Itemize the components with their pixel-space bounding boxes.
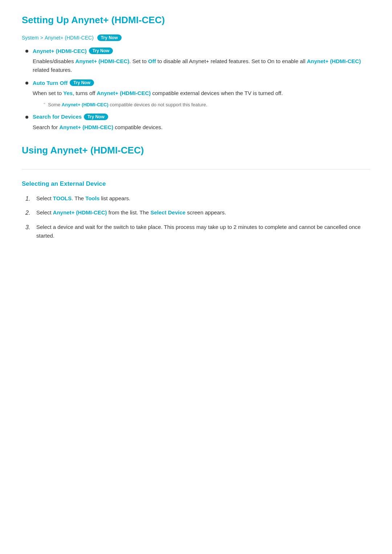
step-3-num: 3. [25, 223, 36, 232]
step-3: 3. Select a device and wait for the swit… [25, 223, 370, 240]
step-1: 1. Select TOOLS. The Tools list appears. [25, 194, 370, 204]
note-text-some: Some [48, 102, 62, 107]
step-2-num: 2. [25, 208, 36, 218]
text-anynet-link-3[interactable]: Anynet+ (HDMI-CEC) [97, 90, 151, 96]
list-item-anynet: Anynet+ (HDMI-CEC) Try Now Enables/disab… [25, 48, 370, 74]
step-1-num: 1. [25, 194, 36, 204]
selecting-subtitle: Selecting an External Device [22, 180, 370, 188]
list-item-auto-turn-off: Auto Turn Off Try Now When set to Yes, t… [25, 79, 370, 108]
bullet-title-auto-turn-off: Auto Turn Off [33, 80, 68, 86]
bullet-content-search-devices: Search for Anynet+ (HDMI-CEC) compatible… [25, 123, 370, 132]
note-block-auto-turn-off: " Some Anynet+ (HDMI-CEC) compatible dev… [33, 101, 370, 108]
breadcrumb-system[interactable]: System [22, 35, 39, 41]
bullet-header-auto-turn-off: Auto Turn Off Try Now [25, 79, 370, 86]
step-2: 2. Select Anynet+ (HDMI-CEC) from the li… [25, 208, 370, 218]
note-quote-icon: " [44, 102, 45, 107]
try-now-badge-auto-turn-off[interactable]: Try Now [70, 79, 94, 86]
text-enables: Enables/disables [33, 58, 75, 64]
text-compatible-dev: compatible devices. [113, 124, 163, 130]
using-section: Using Anynet+ (HDMI-CEC) Selecting an Ex… [22, 145, 370, 240]
step-1-tools[interactable]: TOOLS [53, 195, 72, 201]
text-off: Off [148, 58, 156, 64]
text-disable: to disable all Anynet+ related features.… [156, 58, 307, 64]
bullet-dot-search-devices [25, 116, 28, 119]
bullet-title-search-devices: Search for Devices [33, 114, 82, 120]
list-item-search-devices: Search for Devices Try Now Search for An… [25, 114, 370, 132]
settings-list: Anynet+ (HDMI-CEC) Try Now Enables/disab… [22, 48, 370, 132]
step-1-select: Select [36, 195, 53, 201]
breadcrumb-separator: > [40, 35, 43, 41]
breadcrumb: System > Anynet+ (HDMI-CEC) Try Now [22, 34, 370, 41]
note-text-rest: compatible devices do not support this f… [109, 102, 207, 107]
step-3-text: Select a device and wait for the switch … [36, 224, 361, 239]
bullet-dot-auto-turn-off [25, 82, 28, 85]
bullet-dot-anynet [25, 50, 28, 53]
try-now-badge-anynet[interactable]: Try Now [89, 48, 113, 54]
bullet-header-anynet: Anynet+ (HDMI-CEC) Try Now [25, 48, 370, 54]
step-2-select-device[interactable]: Select Device [150, 209, 185, 216]
text-anynet-link-1[interactable]: Anynet+ (HDMI-CEC) [75, 58, 130, 64]
text-anynet-link-2[interactable]: Anynet+ (HDMI-CEC) [307, 58, 361, 64]
text-turns-off: , turns off [73, 90, 97, 96]
text-compatible-ext: compatible external devices when the TV … [151, 90, 283, 96]
text-search-for: Search for [33, 124, 59, 130]
bullet-header-search-devices: Search for Devices Try Now [25, 114, 370, 120]
step-2-select: Select [36, 209, 53, 216]
bullet-title-anynet: Anynet+ (HDMI-CEC) [33, 48, 87, 54]
divider [22, 169, 370, 169]
step-1-the: . The [72, 195, 85, 201]
try-now-badge-search-devices[interactable]: Try Now [84, 114, 108, 120]
step-3-content: Select a device and wait for the switch … [36, 223, 370, 240]
breadcrumb-try-now-badge[interactable]: Try Now [97, 34, 122, 41]
step-1-list-appears: list appears. [99, 195, 130, 201]
bullet-content-anynet: Enables/disables Anynet+ (HDMI-CEC). Set… [25, 57, 370, 74]
text-related: related features. [33, 67, 72, 73]
note-anynet-link[interactable]: Anynet+ (HDMI-CEC) [62, 102, 109, 107]
breadcrumb-anynet[interactable]: Anynet+ (HDMI-CEC) [45, 35, 94, 41]
step-1-tools-list[interactable]: Tools [85, 195, 99, 201]
using-title: Using Anynet+ (HDMI-CEC) [22, 145, 370, 158]
text-anynet-link-4[interactable]: Anynet+ (HDMI-CEC) [59, 124, 113, 130]
step-2-screen: screen appears. [185, 209, 226, 216]
text-when-set: When set to [33, 90, 63, 96]
steps-list: 1. Select TOOLS. The Tools list appears.… [22, 194, 370, 240]
text-set-to: . Set to [129, 58, 148, 64]
page-title: Setting Up Anynet+ (HDMI-CEC) [22, 15, 370, 28]
text-yes: Yes [63, 90, 73, 96]
step-2-anynet[interactable]: Anynet+ (HDMI-CEC) [53, 209, 107, 216]
step-2-from: from the list. The [107, 209, 151, 216]
step-1-content: Select TOOLS. The Tools list appears. [36, 194, 130, 203]
bullet-content-auto-turn-off: When set to Yes, turns off Anynet+ (HDMI… [25, 89, 370, 108]
step-2-content: Select Anynet+ (HDMI-CEC) from the list.… [36, 208, 226, 217]
